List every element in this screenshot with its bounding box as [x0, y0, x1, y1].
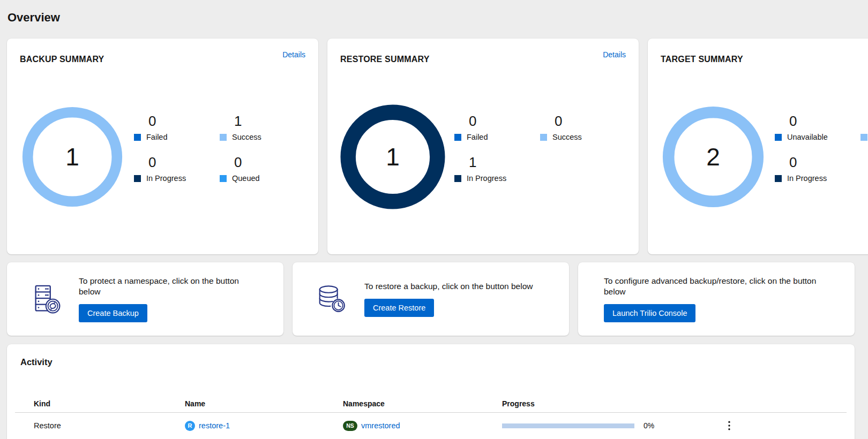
progress-percent-label: 0% — [643, 421, 654, 430]
restore-name-link[interactable]: restore-1 — [199, 421, 230, 430]
namespace-badge: NS — [343, 421, 357, 431]
backup-details-link[interactable]: Details — [282, 50, 305, 59]
column-name: Name — [185, 399, 343, 408]
kind-cell: Restore — [34, 421, 185, 430]
progress-bar — [502, 423, 634, 428]
actions-cell — [716, 418, 847, 433]
restore-summary-title: RESTORE SUMMARY — [340, 50, 430, 64]
page-title: Overview — [7, 0, 855, 39]
restore-donut-chart: 1 — [340, 104, 445, 209]
activity-table-header: Kind Name Namespace Progress — [15, 367, 847, 413]
column-namespace: Namespace — [343, 399, 502, 408]
column-kind: Kind — [34, 399, 185, 408]
backup-summary-card: BACKUP SUMMARY Details 1 0 Failed — [7, 39, 318, 254]
summary-cards-row: BACKUP SUMMARY Details 1 0 Failed — [7, 39, 855, 254]
create-backup-text: To protect a namespace, click on the but… — [79, 276, 256, 298]
inprogress-swatch-icon — [134, 175, 141, 182]
launch-trilio-console-button[interactable]: Launch Trilio Console — [604, 304, 695, 322]
column-progress: Progress — [502, 399, 716, 408]
action-cards-row: To protect a namespace, click on the but… — [7, 262, 855, 336]
failed-swatch-icon — [134, 134, 141, 141]
legend-item-failed: 0 Failed — [454, 114, 540, 141]
activity-table: Kind Name Namespace Progress Restore R r… — [15, 367, 847, 438]
backup-donut-chart: 1 — [20, 104, 125, 209]
success-swatch-icon — [540, 134, 547, 141]
legend-item-success: 1 Success — [220, 114, 305, 141]
kebab-icon — [728, 421, 730, 430]
create-restore-card: To restore a backup, click on the button… — [293, 262, 569, 336]
restore-donut-total: 1 — [340, 104, 445, 209]
backup-legend: 0 Failed 1 Success 0 — [134, 114, 305, 183]
available-swatch-icon — [860, 134, 867, 141]
backup-donut-total: 1 — [20, 104, 125, 209]
target-donut-total: 2 — [661, 104, 766, 209]
restore-details-link[interactable]: Details — [603, 50, 626, 59]
name-cell: R restore-1 — [185, 421, 343, 431]
legend-item-queued: 0 Queued — [220, 155, 305, 183]
legend-item-inprogress: 0 In Progress — [134, 155, 220, 183]
backup-summary-title: BACKUP SUMMARY — [20, 50, 104, 64]
namespace-cell: NS vmrestored — [343, 421, 502, 431]
legend-item-inprogress: 0 In Progress — [775, 155, 860, 183]
database-clock-icon — [315, 283, 348, 316]
success-swatch-icon — [220, 134, 227, 141]
namespace-link[interactable]: vmrestored — [361, 421, 400, 430]
inprogress-swatch-icon — [775, 175, 782, 182]
trilio-console-text: To configure advanced backup/restore, cl… — [604, 276, 834, 298]
activity-title: Activity — [20, 357, 855, 367]
legend-item-success: 0 Success — [540, 114, 626, 141]
inprogress-swatch-icon — [454, 175, 461, 182]
failed-swatch-icon — [454, 134, 461, 141]
server-sync-icon — [29, 283, 63, 316]
kebab-menu-button[interactable] — [724, 418, 735, 433]
trilio-console-card: To configure advanced backup/restore, cl… — [578, 262, 855, 336]
restore-summary-card: RESTORE SUMMARY Details 1 0 Failed — [327, 39, 639, 254]
queued-swatch-icon — [220, 175, 227, 182]
legend-item-failed: 0 Failed — [134, 114, 220, 141]
legend-item-inprogress: 1 In Progress — [454, 155, 540, 183]
create-backup-button[interactable]: Create Backup — [79, 304, 147, 322]
create-restore-button[interactable]: Create Restore — [364, 299, 434, 317]
progress-cell: 0% — [502, 421, 716, 430]
create-backup-card: To protect a namespace, click on the but… — [7, 262, 283, 336]
unavailable-swatch-icon — [775, 134, 782, 141]
overview-page: Overview BACKUP SUMMARY Details 1 0 — [0, 0, 868, 439]
restore-legend: 0 Failed 0 Success 1 — [454, 114, 626, 183]
restore-resource-badge: R — [185, 421, 195, 431]
legend-item-available: 2 Available — [860, 114, 868, 141]
legend-item-unavailable: 0 Unavailable — [775, 114, 860, 141]
target-legend: 0 Unavailable 2 Available — [775, 114, 868, 183]
activity-card: Activity Kind Name Namespace Progress Re… — [7, 344, 855, 439]
target-donut-chart: 2 — [661, 104, 766, 209]
target-summary-title: TARGET SUMMARY — [661, 50, 743, 64]
table-row: Restore R restore-1 NS vmrestored 0% — [15, 413, 847, 438]
create-restore-text: To restore a backup, click on the button… — [364, 281, 533, 292]
target-summary-card: TARGET SUMMARY Details 2 0 Unavailable — [648, 39, 868, 254]
